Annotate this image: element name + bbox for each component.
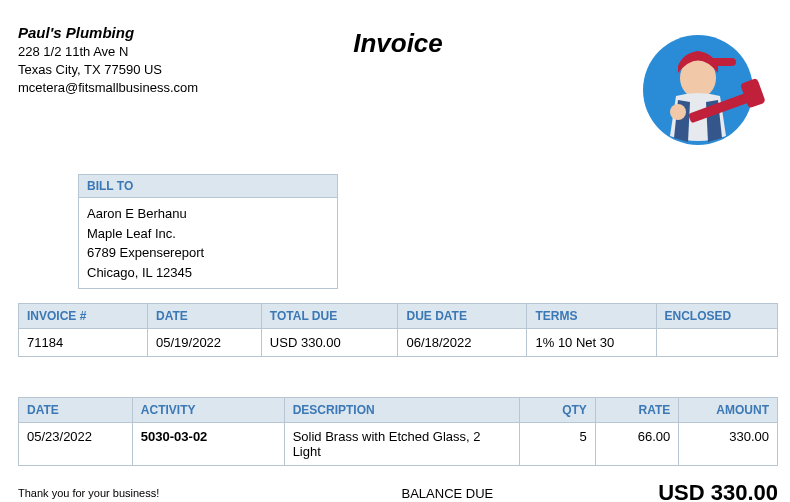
- col-invoice: INVOICE #: [19, 304, 148, 329]
- line-amount: 330.00: [679, 423, 778, 466]
- val-date: 05/19/2022: [148, 329, 262, 357]
- val-total-due: USD 330.00: [261, 329, 398, 357]
- bill-to-company: Maple Leaf Inc.: [87, 224, 329, 244]
- balance-due-label: BALANCE DUE: [307, 486, 588, 501]
- thank-you-text: Thank you for your business!: [18, 487, 307, 499]
- col-date: DATE: [148, 304, 262, 329]
- bill-to-block: BILL TO Aaron E Berhanu Maple Leaf Inc. …: [78, 174, 338, 289]
- svg-point-4: [670, 104, 686, 120]
- col-total-due: TOTAL DUE: [261, 304, 398, 329]
- val-enclosed: [656, 329, 778, 357]
- line-description: Solid Brass with Etched Glass, 2 Light: [284, 423, 519, 466]
- line-date: 05/23/2022: [19, 423, 133, 466]
- col-enclosed: ENCLOSED: [656, 304, 778, 329]
- col-rate: RATE: [595, 398, 678, 423]
- balance-due-amount: USD 330.00: [588, 480, 778, 502]
- col-activity: ACTIVITY: [132, 398, 284, 423]
- bill-to-body: Aaron E Berhanu Maple Leaf Inc. 6789 Exp…: [79, 198, 338, 289]
- col-qty: QTY: [519, 398, 595, 423]
- line-activity: 5030-03-02: [132, 423, 284, 466]
- line-rate: 66.00: [595, 423, 678, 466]
- invoice-meta-table: INVOICE # DATE TOTAL DUE DUE DATE TERMS …: [18, 303, 778, 357]
- table-row: 71184 05/19/2022 USD 330.00 06/18/2022 1…: [19, 329, 778, 357]
- col-description: DESCRIPTION: [284, 398, 519, 423]
- footer: Thank you for your business! BALANCE DUE…: [18, 480, 778, 502]
- line-qty: 5: [519, 423, 595, 466]
- col-terms: TERMS: [527, 304, 656, 329]
- val-invoice: 71184: [19, 329, 148, 357]
- bill-to-name: Aaron E Berhanu: [87, 204, 329, 224]
- bill-to-citystate: Chicago, IL 12345: [87, 263, 329, 283]
- company-address-2: Texas City, TX 77590 US: [18, 61, 198, 79]
- col-due-date: DUE DATE: [398, 304, 527, 329]
- bill-to-street: 6789 Expensereport: [87, 243, 329, 263]
- val-due-date: 06/18/2022: [398, 329, 527, 357]
- company-email: mcetera@fitsmallbusiness.com: [18, 79, 198, 97]
- plumber-logo: [628, 18, 768, 161]
- val-terms: 1% 10 Net 30: [527, 329, 656, 357]
- header: Paul's Plumbing 228 1/2 11th Ave N Texas…: [18, 18, 778, 168]
- bill-to-header: BILL TO: [79, 175, 338, 198]
- col-line-date: DATE: [19, 398, 133, 423]
- table-row: 05/23/2022 5030-03-02 Solid Brass with E…: [19, 423, 778, 466]
- line-items-table: DATE ACTIVITY DESCRIPTION QTY RATE AMOUN…: [18, 397, 778, 466]
- col-amount: AMOUNT: [679, 398, 778, 423]
